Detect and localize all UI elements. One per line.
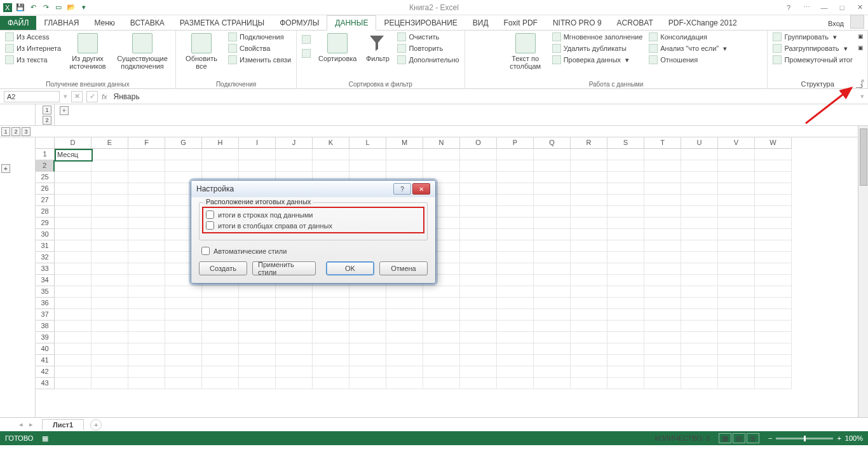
dialog-close-button[interactable]: ✕ [412,183,430,195]
sheet-tab[interactable]: Лист1 [42,419,84,430]
relationships-button[interactable]: Отношения [648,55,728,65]
tab-nitro[interactable]: NITRO PRO 9 [545,16,609,30]
row-header[interactable]: 40 [36,343,55,355]
consolidate-button[interactable]: Консолидация [648,32,728,42]
row-header[interactable]: 39 [36,332,55,343]
col-header[interactable]: P [497,137,534,149]
sign-in[interactable]: Вход [822,17,850,30]
maximize-icon[interactable]: □ [836,2,848,13]
tab-foxit[interactable]: Foxit PDF [496,16,545,30]
row-header[interactable]: 31 [36,240,55,252]
col-header[interactable]: R [571,137,607,149]
row-level-2[interactable]: 2 [11,127,20,136]
sort-asc-button[interactable] [301,34,312,45]
view-layout-icon[interactable]: ▤ [733,433,745,443]
from-web-button[interactable]: Из Интернета [4,43,62,53]
view-normal-icon[interactable]: ▦ [719,433,731,443]
new-icon[interactable]: ▭ [53,3,64,13]
minimize-icon[interactable]: — [818,2,830,13]
zoom-control[interactable]: − + 100% [768,434,863,442]
dialog-titlebar[interactable]: Настройка ? ✕ [191,181,435,197]
col-header[interactable]: S [607,137,644,149]
from-text-button[interactable]: Из текста [4,55,62,65]
col-header[interactable]: T [644,137,681,149]
row-header[interactable]: 36 [36,298,55,309]
group-button[interactable]: Группировать ▾ [771,32,854,42]
row-header[interactable]: 43 [36,378,55,389]
col-header[interactable]: E [92,137,128,149]
enter-formula-icon[interactable]: ✓ [86,91,98,102]
apply-styles-button[interactable]: Применить стили [252,261,316,275]
filter-button[interactable]: Фильтр [363,32,392,64]
collapse-ribbon-icon[interactable]: ^ [861,79,864,86]
row-level-3[interactable]: 3 [22,127,31,136]
row-header[interactable]: 27 [36,195,55,206]
name-box[interactable]: A2 [4,91,60,102]
row-header[interactable]: 2 [36,160,55,172]
ok-button[interactable]: OK [326,261,374,275]
row-header[interactable]: 29 [36,218,55,229]
cell-a2[interactable]: Месяц [55,149,92,161]
hide-detail-icon[interactable]: ▣ [858,45,864,51]
tab-pdfx[interactable]: PDF-XChange 2012 [661,16,745,30]
col-header[interactable]: V [718,137,755,149]
row-header[interactable]: 42 [36,366,55,378]
refresh-all-button[interactable]: Обновить все [180,32,223,71]
tab-formulas[interactable]: ФОРМУЛЫ [272,16,327,30]
row-header[interactable]: 41 [36,355,55,366]
flash-fill-button[interactable]: Мгновенное заполнение [551,32,644,42]
row-header[interactable]: 34 [36,275,55,286]
row-header[interactable]: 26 [36,183,55,195]
help-icon[interactable]: ? [783,2,794,13]
show-detail-icon[interactable]: ▣ [858,33,864,39]
properties-button[interactable]: Свойства [227,43,292,53]
sort-desc-button[interactable] [301,48,312,59]
add-sheet-button[interactable]: + [90,419,102,431]
col-header[interactable]: G [165,137,202,149]
tab-view[interactable]: ВИД [465,16,496,30]
tab-review[interactable]: РЕЦЕНЗИРОВАНИЕ [376,16,465,30]
tab-home[interactable]: ГЛАВНАЯ [36,16,86,30]
cancel-button[interactable]: Отмена [379,261,428,275]
row-header[interactable]: 28 [36,206,55,218]
qat-more-icon[interactable]: ▾ [79,3,89,13]
close-icon[interactable]: ✕ [854,2,865,13]
existing-connections-button[interactable]: Существующие подключения [113,32,172,71]
open-icon[interactable]: 📂 [66,3,76,13]
col-header[interactable]: F [128,137,165,149]
undo-icon[interactable]: ↶ [28,3,38,13]
ribbon-options-icon[interactable]: ⋯ [801,2,812,13]
tab-pagelayout[interactable]: РАЗМЕТКА СТРАНИЦЫ [172,16,273,30]
row-header[interactable]: 1 [36,149,55,160]
create-button[interactable]: Создать [199,261,247,275]
redo-icon[interactable]: ↷ [41,3,51,13]
sheet-nav-prev-icon[interactable]: ◂ [19,420,23,429]
col-expand[interactable]: + [60,106,69,115]
col-header[interactable]: D [55,137,92,149]
sheet-nav-next-icon[interactable]: ▸ [29,420,33,429]
row-header[interactable]: 30 [36,229,55,240]
tab-acrobat[interactable]: ACROBAT [609,16,661,30]
whatif-button[interactable]: Анализ "что если" ▾ [648,43,728,53]
vertical-scrollbar[interactable] [858,126,868,417]
col-header[interactable]: K [313,137,349,149]
col-level-2[interactable]: 2 [43,116,51,125]
col-header[interactable]: U [681,137,718,149]
row-expand[interactable]: + [1,164,10,173]
summary-right-checkbox[interactable]: итоги в столбцах справа от данных [206,220,421,231]
auto-styles-checkbox[interactable]: Автоматические стили [201,245,428,256]
avatar[interactable] [850,15,864,29]
col-level-1[interactable]: 1 [43,106,51,114]
col-header[interactable]: Q [534,137,571,149]
col-header[interactable]: J [276,137,313,149]
connections-button[interactable]: Подключения [227,32,292,42]
from-access-button[interactable]: Из Access [4,32,62,42]
col-header[interactable]: L [349,137,386,149]
fx-icon[interactable]: fx [102,93,107,100]
remove-duplicates-button[interactable]: Удалить дубликаты [551,43,644,53]
data-validation-button[interactable]: Проверка данных ▾ [551,55,644,65]
edit-links-button[interactable]: Изменить связи [227,55,292,65]
col-header[interactable]: W [755,137,792,149]
macro-icon[interactable]: ▦ [42,434,48,443]
save-icon[interactable]: 💾 [15,3,25,13]
